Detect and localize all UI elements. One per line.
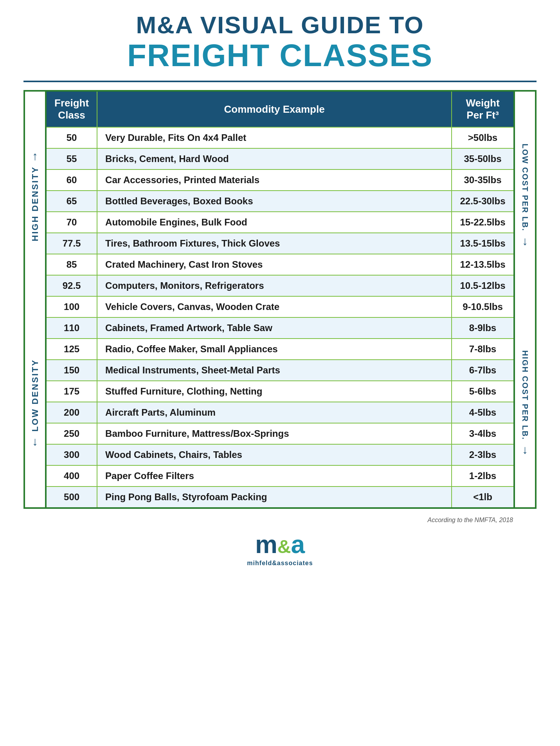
- cell-weight: 2-3lbs: [452, 444, 514, 465]
- cell-commodity: Wood Cabinets, Chairs, Tables: [97, 444, 452, 465]
- low-cost-arrow-icon: ↓: [522, 234, 528, 248]
- cell-commodity: Aircraft Parts, Aluminum: [97, 402, 452, 423]
- high-cost-arrow-icon: ↓: [522, 443, 528, 456]
- title-line1: M&A VISUAL GUIDE TO: [127, 12, 433, 38]
- table-row: 65Bottled Beverages, Boxed Books22.5-30l…: [46, 191, 514, 212]
- low-density-label-area: Low Density ↓: [25, 299, 45, 507]
- main-title: M&A VISUAL GUIDE TO FREIGHT CLASSES: [127, 12, 433, 73]
- credit-text: According to the NMFTA, 2018: [428, 517, 513, 524]
- table-row: 200Aircraft Parts, Aluminum4-5lbs: [46, 402, 514, 423]
- title-line2: FREIGHT CLASSES: [127, 38, 433, 73]
- cell-commodity: Tires, Bathroom Fixtures, Thick Gloves: [97, 233, 452, 254]
- cell-commodity: Radio, Coffee Maker, Small Appliances: [97, 339, 452, 360]
- cell-weight: 15-22.5lbs: [452, 212, 514, 233]
- cell-weight: >50lbs: [452, 127, 514, 148]
- cell-commodity: Ping Pong Balls, Styrofoam Packing: [97, 487, 452, 508]
- footer: According to the NMFTA, 2018 m & a mihfe…: [23, 517, 537, 567]
- cell-weight: <1lb: [452, 487, 514, 508]
- high-cost-label: High Cost Per lb.: [520, 350, 529, 440]
- cell-commodity: Computers, Monitors, Refrigerators: [97, 275, 452, 296]
- logo-ampersand: &: [277, 536, 291, 557]
- cell-weight: 22.5-30lbs: [452, 191, 514, 212]
- cell-weight: 5-6lbs: [452, 381, 514, 402]
- logo-a-letter: a: [291, 530, 305, 559]
- low-cost-label: Low Cost Per lb.: [520, 144, 529, 231]
- cell-commodity: Medical Instruments, Sheet-Metal Parts: [97, 360, 452, 381]
- cell-class: 125: [46, 339, 97, 360]
- cell-commodity: Very Durable, Fits On 4x4 Pallet: [97, 127, 452, 148]
- cell-commodity: Vehicle Covers, Canvas, Wooden Crate: [97, 296, 452, 317]
- cell-class: 92.5: [46, 275, 97, 296]
- table-row: 175Stuffed Furniture, Clothing, Netting5…: [46, 381, 514, 402]
- cell-weight: 30-35lbs: [452, 169, 514, 191]
- high-density-label-area: ↑ High Density: [25, 92, 45, 299]
- table-row: 125Radio, Coffee Maker, Small Appliances…: [46, 339, 514, 360]
- cell-class: 150: [46, 360, 97, 381]
- cell-commodity: Crated Machinery, Cast Iron Stoves: [97, 254, 452, 275]
- cell-commodity: Bamboo Furniture, Mattress/Box-Springs: [97, 423, 452, 444]
- arrow-down-icon: ↓: [32, 435, 38, 448]
- table-row: 300Wood Cabinets, Chairs, Tables2-3lbs: [46, 444, 514, 465]
- cell-weight: 3-4lbs: [452, 423, 514, 444]
- cell-class: 55: [46, 148, 97, 169]
- cell-class: 400: [46, 465, 97, 487]
- table-row: 70Automobile Engines, Bulk Food15-22.5lb…: [46, 212, 514, 233]
- page-container: M&A VISUAL GUIDE TO FREIGHT CLASSES ↑ Hi…: [0, 0, 560, 746]
- cell-weight: 10.5-12lbs: [452, 275, 514, 296]
- freight-table: Freight Class Commodity Example Weight P…: [45, 90, 515, 509]
- cell-class: 65: [46, 191, 97, 212]
- cell-weight: 1-2lbs: [452, 465, 514, 487]
- cell-class: 85: [46, 254, 97, 275]
- table-row: 100Vehicle Covers, Canvas, Wooden Crate9…: [46, 296, 514, 317]
- cell-weight: 35-50lbs: [452, 148, 514, 169]
- table-row: 110Cabinets, Framed Artwork, Table Saw8-…: [46, 317, 514, 339]
- cell-class: 70: [46, 212, 97, 233]
- col-header-class: Freight Class: [46, 91, 97, 127]
- col-header-commodity: Commodity Example: [97, 91, 452, 127]
- logo-container: m & a mihfeld&associates: [247, 530, 313, 567]
- low-cost-label-area: Low Cost Per lb. ↓: [515, 92, 535, 299]
- table-row: 500Ping Pong Balls, Styrofoam Packing<1l…: [46, 487, 514, 508]
- cell-class: 200: [46, 402, 97, 423]
- col-header-weight: Weight Per Ft³: [452, 91, 514, 127]
- high-cost-label-area: High Cost Per lb. ↓: [515, 299, 535, 507]
- high-density-label: High Density: [30, 166, 40, 241]
- table-row: 250Bamboo Furniture, Mattress/Box-Spring…: [46, 423, 514, 444]
- cell-class: 100: [46, 296, 97, 317]
- cell-weight: 8-9lbs: [452, 317, 514, 339]
- cell-commodity: Paper Coffee Filters: [97, 465, 452, 487]
- table-row: 77.5Tires, Bathroom Fixtures, Thick Glov…: [46, 233, 514, 254]
- cell-class: 60: [46, 169, 97, 191]
- right-side-panel: Low Cost Per lb. ↓ High Cost Per lb. ↓: [515, 90, 537, 509]
- table-row: 150Medical Instruments, Sheet-Metal Part…: [46, 360, 514, 381]
- table-row: 55Bricks, Cement, Hard Wood35-50lbs: [46, 148, 514, 169]
- cell-weight: 6-7lbs: [452, 360, 514, 381]
- cell-weight: 4-5lbs: [452, 402, 514, 423]
- logo-subtext: mihfeld&associates: [247, 560, 313, 567]
- cell-commodity: Stuffed Furniture, Clothing, Netting: [97, 381, 452, 402]
- cell-weight: 7-8lbs: [452, 339, 514, 360]
- logo-ma: m & a: [255, 530, 305, 559]
- arrow-up-icon: ↑: [32, 150, 38, 163]
- cell-commodity: Bricks, Cement, Hard Wood: [97, 148, 452, 169]
- table-row: 85Crated Machinery, Cast Iron Stoves12-1…: [46, 254, 514, 275]
- cell-class: 77.5: [46, 233, 97, 254]
- cell-class: 110: [46, 317, 97, 339]
- cell-class: 250: [46, 423, 97, 444]
- cell-weight: 9-10.5lbs: [452, 296, 514, 317]
- cell-class: 300: [46, 444, 97, 465]
- low-density-label: Low Density: [30, 359, 40, 432]
- cell-commodity: Cabinets, Framed Artwork, Table Saw: [97, 317, 452, 339]
- cell-class: 500: [46, 487, 97, 508]
- table-body: 50Very Durable, Fits On 4x4 Pallet>50lbs…: [46, 127, 514, 508]
- cell-class: 175: [46, 381, 97, 402]
- table-header-row: Freight Class Commodity Example Weight P…: [46, 91, 514, 127]
- cell-commodity: Car Accessories, Printed Materials: [97, 169, 452, 191]
- title-divider: [23, 81, 537, 82]
- table-row: 60Car Accessories, Printed Materials30-3…: [46, 169, 514, 191]
- cell-commodity: Bottled Beverages, Boxed Books: [97, 191, 452, 212]
- table-row: 400Paper Coffee Filters1-2lbs: [46, 465, 514, 487]
- cell-class: 50: [46, 127, 97, 148]
- left-side-panel: ↑ High Density Low Density ↓: [23, 90, 45, 509]
- table-row: 92.5Computers, Monitors, Refrigerators10…: [46, 275, 514, 296]
